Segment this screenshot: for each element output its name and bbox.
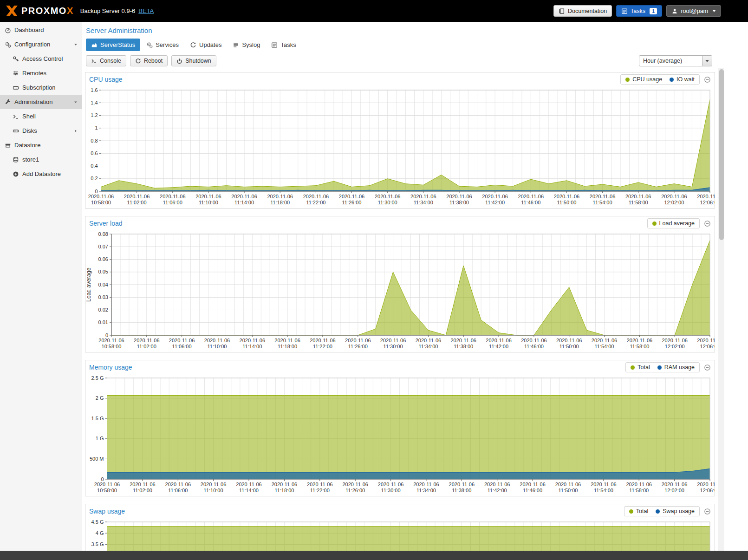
- sidebar-item-label: Subscription: [22, 84, 56, 91]
- svg-text:11:02:00: 11:02:00: [133, 488, 152, 493]
- tab-label: Syslog: [242, 41, 260, 48]
- svg-text:2020-11-06: 2020-11-06: [450, 338, 476, 343]
- svg-text:2020-11-06: 2020-11-06: [521, 338, 546, 343]
- chart-legend: Load average: [647, 218, 700, 228]
- tab-serverstatus[interactable]: ServerStatus: [86, 39, 140, 51]
- vertical-scrollbar[interactable]: [718, 68, 724, 551]
- sidebar-item-datastore[interactable]: Datastore: [0, 138, 82, 152]
- svg-text:2020-11-06: 2020-11-06: [446, 194, 472, 199]
- svg-text:0.4: 0.4: [91, 163, 98, 169]
- legend-item[interactable]: IO wait: [670, 76, 695, 83]
- sidebar-item-configuration[interactable]: Configuration: [0, 37, 82, 52]
- svg-text:11:58:00: 11:58:00: [629, 488, 649, 493]
- disk-icon: [13, 128, 19, 134]
- svg-text:11:06:00: 11:06:00: [172, 344, 192, 349]
- svg-text:0.06: 0.06: [98, 256, 108, 262]
- combo-trigger[interactable]: [702, 56, 712, 66]
- svg-text:11:46:00: 11:46:00: [524, 344, 544, 349]
- svg-text:0.2: 0.2: [91, 176, 98, 181]
- svg-text:11:14:00: 11:14:00: [242, 344, 262, 349]
- chevron-down-icon: [73, 100, 78, 104]
- documentation-button[interactable]: Documentation: [553, 5, 612, 17]
- database-icon: [13, 156, 19, 163]
- console-button[interactable]: Console: [86, 55, 126, 66]
- svg-text:2020-11-06: 2020-11-06: [697, 194, 715, 199]
- svg-text:11:58:00: 11:58:00: [630, 344, 649, 349]
- lines-icon: [233, 42, 239, 48]
- svg-text:11:54:00: 11:54:00: [594, 344, 614, 349]
- tab-tasks[interactable]: Tasks: [266, 39, 301, 51]
- collapse-panel-button[interactable]: [704, 220, 711, 227]
- legend-dot: [656, 509, 660, 514]
- svg-text:2020-11-06: 2020-11-06: [134, 338, 159, 343]
- tasks-button[interactable]: Tasks 1: [616, 5, 662, 17]
- svg-text:2020-11-06: 2020-11-06: [342, 482, 368, 487]
- svg-text:10:58:00: 10:58:00: [91, 200, 111, 205]
- sidebar-item-remotes[interactable]: Remotes: [0, 66, 82, 80]
- beta-link[interactable]: BETA: [138, 7, 154, 14]
- tab-label: Services: [156, 41, 179, 48]
- legend-item[interactable]: Load average: [652, 220, 695, 227]
- collapse-panel-button[interactable]: [704, 508, 711, 515]
- svg-text:Load average: Load average: [85, 267, 92, 302]
- chart-canvas: 0500 M1 G1.5 G2 G2.5 G2020-11-0610:58:00…: [85, 374, 715, 496]
- svg-text:11:02:00: 11:02:00: [127, 200, 147, 205]
- collapse-panel-button[interactable]: [704, 364, 711, 371]
- timeframe-select[interactable]: Hour (average): [639, 55, 712, 66]
- legend-item[interactable]: Total: [629, 508, 648, 514]
- refresh-icon: [190, 42, 196, 48]
- legend-item[interactable]: CPU usage: [625, 76, 662, 83]
- svg-text:2020-11-06: 2020-11-06: [274, 338, 300, 343]
- sidebar: DashboardConfigurationAccess ControlRemo…: [0, 22, 82, 551]
- button-label: Console: [100, 58, 121, 64]
- svg-text:11:10:00: 11:10:00: [199, 200, 218, 205]
- button-label: Shutdown: [185, 58, 211, 64]
- legend-item[interactable]: RAM usage: [657, 364, 695, 371]
- book-icon: [559, 8, 565, 14]
- sidebar-item-dashboard[interactable]: Dashboard: [0, 23, 82, 37]
- svg-text:2020-11-06: 2020-11-06: [520, 482, 545, 487]
- svg-text:11:46:00: 11:46:00: [521, 200, 540, 205]
- proxmox-logo: PROXMOX: [6, 6, 74, 16]
- chart-title: Swap usage: [89, 508, 125, 515]
- legend-dot: [625, 78, 630, 82]
- sidebar-item-store1[interactable]: store1: [0, 152, 82, 167]
- collapse-panel-button[interactable]: [704, 76, 711, 83]
- timeframe-value: Hour (average): [639, 58, 702, 64]
- svg-text:500 M: 500 M: [90, 456, 104, 462]
- svg-text:11:38:00: 11:38:00: [454, 344, 473, 349]
- svg-text:2020-11-06: 2020-11-06: [410, 194, 436, 199]
- user-menu-button[interactable]: root@pam: [666, 5, 721, 17]
- sidebar-item-add-datastore[interactable]: Add Datastore: [0, 167, 82, 181]
- sidebar-item-label: Access Control: [22, 55, 63, 62]
- legend-label: Swap usage: [663, 508, 695, 514]
- sidebar-item-subscription[interactable]: Subscription: [0, 80, 82, 95]
- scrollbar-thumb[interactable]: [719, 69, 724, 240]
- wrench-icon: [5, 99, 11, 105]
- sidebar-item-shell[interactable]: Shell: [0, 109, 82, 124]
- reboot-button[interactable]: Reboot: [130, 55, 168, 66]
- product-version: Backup Server 0.9-6: [80, 7, 136, 14]
- svg-text:2020-11-06: 2020-11-06: [518, 194, 544, 199]
- shutdown-button[interactable]: Shutdown: [171, 55, 216, 66]
- panel-header: Swap usageTotalSwap usage: [85, 504, 715, 518]
- legend-item[interactable]: Swap usage: [656, 508, 695, 514]
- sidebar-item-access-control[interactable]: Access Control: [0, 52, 82, 66]
- svg-text:0.03: 0.03: [98, 294, 108, 300]
- sidebar-item-disks[interactable]: Disks: [0, 124, 82, 138]
- svg-text:0: 0: [101, 476, 104, 482]
- tab-updates[interactable]: Updates: [185, 39, 227, 51]
- sidebar-item-administration[interactable]: Administration: [0, 95, 82, 109]
- svg-text:2020-11-06: 2020-11-06: [625, 194, 651, 199]
- svg-text:1 G: 1 G: [96, 436, 104, 441]
- svg-text:2020-11-06: 2020-11-06: [484, 482, 510, 487]
- legend-dot: [631, 365, 635, 370]
- svg-text:11:34:00: 11:34:00: [418, 344, 438, 349]
- svg-text:11:06:00: 11:06:00: [168, 488, 188, 493]
- sidebar-item-label: Disks: [22, 127, 37, 134]
- svg-text:2020-11-06: 2020-11-06: [416, 338, 441, 343]
- tab-syslog[interactable]: Syslog: [228, 39, 265, 51]
- svg-text:2020-11-06: 2020-11-06: [380, 338, 406, 343]
- legend-item[interactable]: Total: [631, 364, 650, 371]
- tab-services[interactable]: Services: [141, 39, 184, 51]
